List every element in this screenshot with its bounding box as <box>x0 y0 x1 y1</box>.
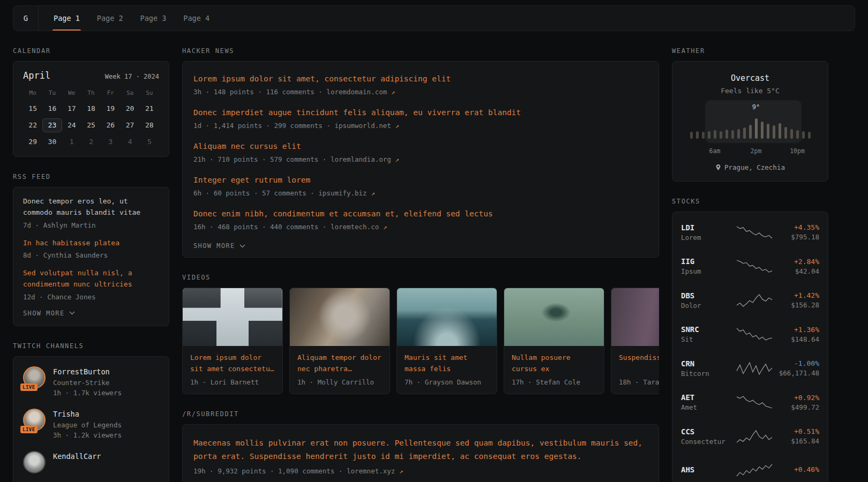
video-card[interactable]: Mauris sit amet massa felis 7h · Grayson… <box>396 288 497 394</box>
subreddit-domain-link[interactable]: loremnet.xyz ↗ <box>347 467 403 475</box>
hn-item-domain-link[interactable]: ipsumworld.net ↗ <box>334 122 399 130</box>
stock-change: +0.92% <box>776 394 819 402</box>
avatar <box>23 451 46 473</box>
video-thumbnail[interactable] <box>290 288 390 346</box>
calendar-weekday: Sa <box>120 87 139 99</box>
stock-change: +0.46% <box>776 465 819 473</box>
twitch-channel-game: League of Legends <box>53 421 122 429</box>
twitch-channel-row[interactable]: LIVE ForrestBurton Counter-Strike 1h · 1… <box>23 366 159 397</box>
video-title-link[interactable]: Lorem ipsum dolor sit amet consectetu… <box>190 352 275 375</box>
video-card[interactable]: Lorem ipsum dolor sit amet consectetu… 1… <box>182 288 283 394</box>
subreddit-post-link[interactable]: Maecenas mollis pulvinar erat non posuer… <box>193 436 648 463</box>
twitch-channel-row[interactable]: LIVE Trisha League of Legends 3h · 1.2k … <box>23 409 159 439</box>
video-title-link[interactable]: Suspendisse diam <box>619 352 659 375</box>
weather-bar <box>696 131 699 139</box>
video-title-link[interactable]: Mauris sit amet massa felis <box>405 352 489 375</box>
stocks-card: LDI Lorem +4.35% $795.18 IIG Ipsum <box>672 212 828 482</box>
calendar-widget: CALENDAR April Week 17 · 2024 MoTuWeThFr… <box>13 47 169 157</box>
subreddit-item: Maecenas mollis pulvinar erat non posuer… <box>193 436 648 475</box>
stock-row[interactable]: CCS Consectetur +0.51% $165.84 <box>681 419 819 454</box>
stock-row[interactable]: AHS +0.46% <box>681 454 819 482</box>
rss-item-meta: 8d · Cynthia Saunders <box>23 251 159 259</box>
hn-item-domain-link[interactable]: loremtech.co ↗ <box>331 223 387 231</box>
hn-item-link[interactable]: Integer eget rutrum lorem <box>193 175 648 186</box>
rss-item-meta: 7d · Ashlyn Martin <box>23 221 159 229</box>
stock-id: AHS <box>681 465 732 476</box>
calendar-day: 21 <box>140 102 159 116</box>
content-columns: CALENDAR April Week 17 · 2024 MoTuWeThFr… <box>13 47 855 482</box>
rss-item-link[interactable]: In hac habitasse platea <box>23 238 159 249</box>
video-card[interactable]: Nullam posuere cursus ex 17h · Stefan Co… <box>504 288 604 394</box>
tab-page-4[interactable]: Page 4 <box>175 6 218 31</box>
weather-bars <box>690 118 811 139</box>
hn-item-domain-link[interactable]: loremdomain.com ↗ <box>326 88 395 96</box>
weather-time-label: 10pm <box>790 147 805 155</box>
hn-item-domain: loremtech.co <box>331 223 379 231</box>
stock-id: AET Amet <box>681 393 732 411</box>
calendar-card: April Week 17 · 2024 MoTuWeThFrSaSu15161… <box>13 61 169 157</box>
hn-item-domain-link[interactable]: ipsumify.biz ↗ <box>318 189 375 197</box>
weather-bar <box>784 127 787 139</box>
stock-row[interactable]: AET Amet +0.92% $499.72 <box>681 386 819 420</box>
twitch-channel-info: Trisha League of Legends 3h · 1.2k viewe… <box>53 409 122 439</box>
stock-id: LDI Lorem <box>681 223 732 242</box>
subreddit-widget: /R/SUBREDDIT Maecenas mollis pulvinar er… <box>182 410 659 482</box>
video-meta: 18h · Tara <box>619 378 659 386</box>
hn-item-link[interactable]: Donec imperdiet augue tincidunt felis al… <box>193 107 648 118</box>
hn-item-domain-link[interactable]: loremlandia.org ↗ <box>331 155 399 163</box>
app-logo[interactable]: G <box>13 6 39 31</box>
video-row: Lorem ipsum dolor sit amet consectetu… 1… <box>182 288 659 394</box>
twitch-channel-name[interactable]: Trisha <box>53 410 79 418</box>
stock-values: +4.35% $795.18 <box>776 223 819 241</box>
hn-item-link[interactable]: Donec enim nibh, condimentum et accumsan… <box>193 208 648 220</box>
calendar-day: 15 <box>23 102 42 116</box>
weather-bar <box>790 129 793 139</box>
twitch-channel-row[interactable]: KendallCarr <box>23 451 159 473</box>
rss-item-link[interactable]: Sed volutpat nulla nisl, a condimentum n… <box>23 268 159 290</box>
stock-row[interactable]: IIG Ipsum +2.84% $42.04 <box>681 250 819 284</box>
video-title-link[interactable]: Aliquam tempor dolor nec pharetra… <box>297 352 382 375</box>
video-thumbnail[interactable] <box>504 288 604 346</box>
calendar-weekday: Fr <box>101 87 120 99</box>
calendar-header: April Week 17 · 2024 <box>23 70 159 81</box>
stock-price: $795.18 <box>776 233 819 241</box>
video-card[interactable]: Aliquam tempor dolor nec pharetra… 1h · … <box>289 288 390 394</box>
hn-item-link[interactable]: Lorem ipsum dolor sit amet, consectetur … <box>193 73 648 85</box>
chevron-down-icon <box>69 311 75 315</box>
stock-row[interactable]: DBS Dolor +1.42% $156.28 <box>681 283 819 318</box>
tab-page-3[interactable]: Page 3 <box>132 6 175 31</box>
hn-show-more-label: SHOW MORE <box>193 242 235 250</box>
stock-sparkline <box>736 327 773 341</box>
tab-page-1[interactable]: Page 1 <box>45 6 88 31</box>
stock-values: -1.00% $66,171.48 <box>776 359 819 377</box>
video-title-link[interactable]: Nullam posuere cursus ex <box>512 352 596 375</box>
stock-row[interactable]: LDI Lorem +4.35% $795.18 <box>681 215 819 250</box>
tab-page-2[interactable]: Page 2 <box>88 6 132 31</box>
hn-show-more-button[interactable]: SHOW MORE <box>193 242 245 250</box>
twitch-channel-name[interactable]: ForrestBurton <box>53 367 110 376</box>
external-link-icon: ↗ <box>391 88 395 96</box>
stock-id: IIG Ipsum <box>681 257 732 275</box>
twitch-channel-game: Counter-Strike <box>53 379 122 387</box>
stock-name: Ipsum <box>681 267 732 275</box>
stock-price: $165.84 <box>776 437 819 445</box>
calendar-day: 1 <box>62 135 81 149</box>
twitch-channel-name[interactable]: KendallCarr <box>53 452 101 461</box>
weather-bar <box>737 129 740 139</box>
hn-item-stats: 6h · 60 points · 57 comments · <box>193 189 318 197</box>
video-thumbnail[interactable] <box>183 288 282 346</box>
rss-show-more-button[interactable]: SHOW MORE <box>23 310 75 317</box>
stock-name: Consectetur <box>681 438 732 446</box>
video-thumbnail[interactable] <box>397 288 497 346</box>
video-thumbnail[interactable] <box>611 288 659 346</box>
live-badge: LIVE <box>20 383 38 391</box>
calendar-day: 28 <box>140 118 159 132</box>
stock-name: Lorem <box>681 234 732 242</box>
stock-row[interactable]: SNRC Sit +1.36% $148.64 <box>681 318 819 352</box>
calendar-month: April <box>23 70 50 81</box>
hn-item-link[interactable]: Aliquam nec cursus elit <box>193 141 648 152</box>
rss-item-link[interactable]: Donec tempor eros leo, ut commodo mauris… <box>23 196 159 219</box>
video-card[interactable]: Suspendisse diam 18h · Tara <box>611 288 659 394</box>
stock-price: $148.64 <box>776 335 819 343</box>
stock-row[interactable]: CRN Bitcorn -1.00% $66,171.48 <box>681 351 819 386</box>
